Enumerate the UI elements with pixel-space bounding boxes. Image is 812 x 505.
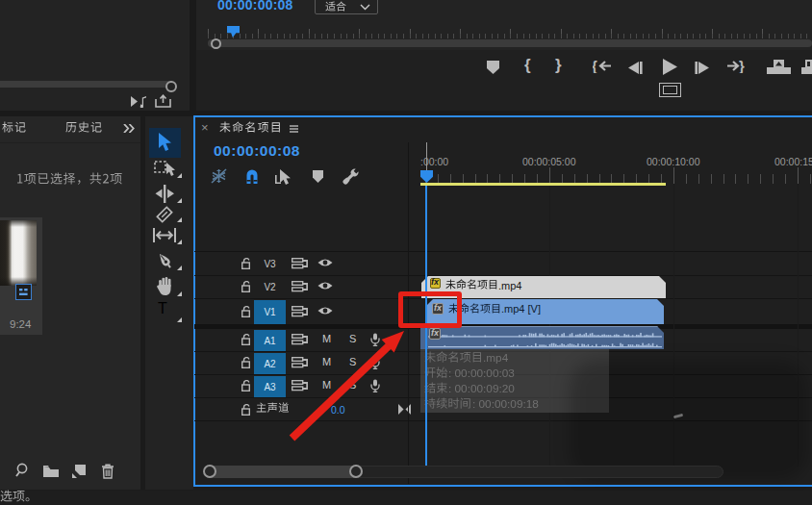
svg-text:}: }	[739, 59, 745, 73]
svg-text:{: {	[593, 59, 597, 73]
